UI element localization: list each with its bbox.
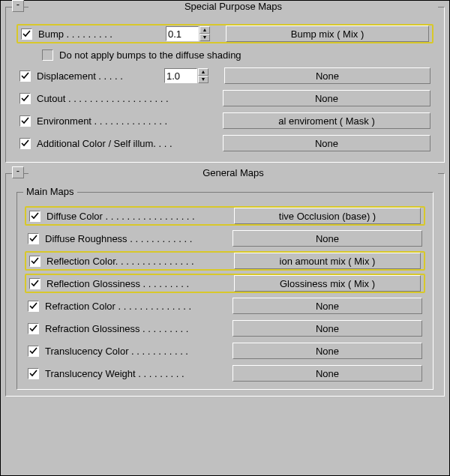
checkbox-diffuse-color[interactable]	[29, 211, 40, 222]
panel-title: General Maps	[28, 167, 438, 178]
app-window: - Special Purpose Maps Bump . . . . . . …	[0, 0, 450, 476]
checkbox-displacement[interactable]	[20, 70, 31, 82]
panel-general-maps: - General Maps Main Maps Diffuse Color .…	[5, 173, 445, 397]
translucency-color-map-button[interactable]: None	[232, 343, 422, 359]
diffuse-color-map-button[interactable]: tive Occlusion (base) )	[234, 208, 421, 224]
label-additional-color: Additional Color / Self illum. . . .	[37, 138, 223, 149]
collapse-button[interactable]: -	[12, 166, 24, 178]
panel-special-maps: - Special Purpose Maps Bump . . . . . . …	[5, 7, 445, 163]
row-reflection-glossiness: Reflection Glossiness . . . . . . . . . …	[25, 274, 425, 293]
row-environment: Environment . . . . . . . . . . . . . . …	[16, 111, 434, 130]
spinner-down-icon[interactable]: ▼	[200, 34, 210, 41]
refraction-glossiness-map-button[interactable]: None	[232, 320, 422, 337]
checkbox-environment[interactable]	[20, 115, 31, 127]
label-translucency-weight: Translucency Weight . . . . . . . . .	[45, 368, 232, 379]
spinner-up-icon[interactable]: ▲	[200, 26, 210, 34]
spinner-up-icon[interactable]: ▲	[198, 68, 208, 76]
label-refraction-color: Refraction Color . . . . . . . . . . . .…	[45, 301, 232, 312]
row-translucency-color: Translucency Color . . . . . . . . . . .…	[25, 341, 425, 361]
checkbox-cutout[interactable]	[20, 93, 31, 104]
panel-title: Special Purpose Maps	[28, 1, 438, 12]
spinner-down-icon[interactable]: ▼	[198, 76, 208, 83]
row-displacement: Displacement . . . . . ▲ ▼ None	[16, 66, 434, 85]
translucency-weight-map-button[interactable]: None	[232, 365, 422, 382]
row-diffuse-color: Diffuse Color . . . . . . . . . . . . . …	[25, 206, 425, 226]
reflection-color-map-button[interactable]: ion amount mix ( Mix )	[234, 253, 421, 269]
row-refraction-color: Refraction Color . . . . . . . . . . . .…	[25, 296, 425, 316]
diffuse-roughness-map-button[interactable]: None	[232, 230, 422, 247]
fieldset-main-maps: Main Maps Diffuse Color . . . . . . . . …	[16, 192, 434, 390]
checkbox-reflection-glossiness[interactable]	[29, 278, 40, 289]
label-bump-note: Do not apply bumps to the diffuse shadin…	[59, 49, 242, 61]
row-reflection-color: Reflection Color. . . . . . . . . . . . …	[25, 251, 425, 271]
checkbox-bump-diffuse[interactable]	[42, 49, 53, 61]
checkbox-refraction-color[interactable]	[28, 301, 39, 312]
row-bump-note: Do not apply bumps to the diffuse shadin…	[42, 46, 434, 63]
refraction-color-map-button[interactable]: None	[232, 298, 422, 314]
displacement-value-input[interactable]	[164, 68, 197, 83]
spinner-displacement: ▲ ▼	[164, 68, 217, 83]
checkbox-bump[interactable]	[21, 28, 32, 40]
label-translucency-color: Translucency Color . . . . . . . . . . .	[45, 346, 232, 357]
checkbox-translucency-color[interactable]	[28, 346, 39, 357]
label-diffuse-color: Diffuse Color . . . . . . . . . . . . . …	[46, 211, 234, 222]
reflection-glossiness-map-button[interactable]: Glossiness mix ( Mix )	[234, 275, 421, 292]
additional-color-map-button[interactable]: None	[223, 135, 430, 151]
label-bump: Bump . . . . . . . . .	[38, 28, 166, 40]
label-displacement: Displacement . . . . .	[37, 70, 164, 82]
label-cutout: Cutout . . . . . . . . . . . . . . . . .…	[37, 93, 223, 104]
bump-map-button[interactable]: Bump mix ( Mix )	[226, 25, 429, 42]
panel-body: Bump . . . . . . . . . ▲ ▼ Bump mix ( Mi…	[16, 15, 434, 153]
panel-header: - General Maps	[12, 166, 438, 178]
checkbox-refraction-glossiness[interactable]	[28, 323, 39, 334]
spinner-bump: ▲ ▼	[166, 26, 218, 41]
label-refraction-glossiness: Refraction Glossiness . . . . . . . . .	[45, 323, 232, 334]
fieldset-title: Main Maps	[23, 186, 77, 197]
row-translucency-weight: Translucency Weight . . . . . . . . . No…	[25, 364, 425, 383]
label-reflection-glossiness: Reflection Glossiness . . . . . . . . .	[46, 278, 234, 289]
checkbox-translucency-weight[interactable]	[28, 368, 39, 379]
row-diffuse-roughness: Diffuse Roughness . . . . . . . . . . . …	[25, 229, 425, 248]
label-reflection-color: Reflection Color. . . . . . . . . . . . …	[46, 256, 234, 267]
label-diffuse-roughness: Diffuse Roughness . . . . . . . . . . . …	[45, 233, 232, 244]
row-cutout: Cutout . . . . . . . . . . . . . . . . .…	[16, 88, 434, 108]
label-environment: Environment . . . . . . . . . . . . . .	[37, 115, 223, 127]
checkbox-diffuse-roughness[interactable]	[28, 233, 39, 244]
panel-header: - Special Purpose Maps	[12, 0, 438, 12]
bump-value-input[interactable]	[166, 26, 199, 41]
row-refraction-glossiness: Refraction Glossiness . . . . . . . . . …	[25, 319, 425, 338]
row-bump: Bump . . . . . . . . . ▲ ▼ Bump mix ( Mi…	[16, 24, 434, 43]
environment-map-button[interactable]: al enviroment ( Mask )	[223, 112, 430, 129]
panel-body: Main Maps Diffuse Color . . . . . . . . …	[16, 181, 434, 390]
cutout-map-button[interactable]: None	[223, 90, 430, 106]
displacement-map-button[interactable]: None	[224, 67, 430, 84]
collapse-button[interactable]: -	[12, 0, 24, 12]
checkbox-reflection-color[interactable]	[29, 256, 40, 267]
checkbox-additional-color[interactable]	[20, 138, 31, 149]
row-additional-color: Additional Color / Self illum. . . . Non…	[16, 133, 434, 153]
